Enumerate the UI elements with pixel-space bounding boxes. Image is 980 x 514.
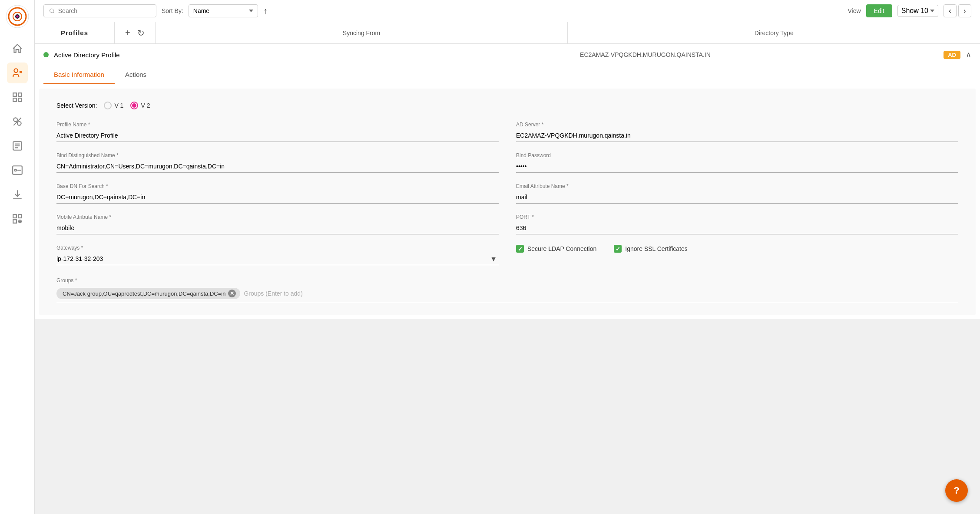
- svg-point-29: [50, 9, 54, 13]
- status-indicator: [43, 52, 49, 57]
- logo[interactable]: [5, 4, 30, 30]
- search-box[interactable]: [43, 4, 156, 17]
- topbar: Sort By: Name ↑ View Edit Show 10 ‹ ›: [35, 0, 980, 22]
- sidebar-item-settings[interactable]: [7, 160, 28, 181]
- sort-select[interactable]: Name: [189, 4, 258, 17]
- port-input[interactable]: [516, 222, 958, 234]
- profile-name-input[interactable]: [56, 129, 499, 142]
- sidebar-item-users[interactable]: [7, 63, 28, 83]
- sort-arrow-icon[interactable]: ↑: [263, 6, 268, 16]
- sort-by-label: Sort By:: [162, 7, 183, 14]
- bind-dn-input[interactable]: [56, 160, 499, 173]
- port-label: PORT *: [516, 214, 958, 220]
- profile-row-header: Active Directory Profile EC2AMAZ-VPQGKDH…: [35, 44, 980, 66]
- show-chevron-icon: [930, 10, 934, 12]
- base-dn-label: Base DN For Search *: [56, 183, 499, 189]
- next-button[interactable]: ›: [958, 4, 971, 17]
- search-icon: [49, 8, 55, 14]
- profile-name-field: Profile Name *: [56, 122, 499, 142]
- email-attr-input[interactable]: [516, 191, 958, 204]
- secure-ldap-label: Secure LDAP Connection: [527, 245, 596, 252]
- syncing-from-column: Syncing From: [156, 22, 568, 43]
- gateways-label: Gateways *: [56, 245, 499, 251]
- form-area: Select Version: V 1 V 2: [39, 89, 976, 315]
- directory-type-column: Directory Type: [568, 22, 980, 43]
- directory-badge: AD: [944, 51, 960, 59]
- groups-input-area[interactable]: CN=Jack group,OU=qaprodtest,DC=murugon,D…: [56, 285, 958, 302]
- gateways-select-wrap: ip-172-31-32-203 ▼: [56, 253, 499, 265]
- groups-section: Groups * CN=Jack group,OU=qaprodtest,DC=…: [56, 277, 958, 302]
- sidebar-item-reports[interactable]: [7, 135, 28, 156]
- svg-rect-25: [13, 220, 17, 223]
- main-content: Sort By: Name ↑ View Edit Show 10 ‹ › Pr…: [35, 0, 980, 514]
- v2-radio[interactable]: V 2: [130, 102, 150, 109]
- secure-ldap-check-icon: ✓: [518, 246, 523, 252]
- v2-radio-inner: [132, 103, 136, 108]
- email-attr-field: Email Attribute Name *: [516, 183, 958, 204]
- show-select-wrap[interactable]: Show 10: [897, 5, 938, 17]
- form-grid: Profile Name * Bind Distinguished Name *…: [56, 122, 958, 276]
- version-label: Select Version:: [56, 102, 97, 109]
- add-profile-button[interactable]: +: [125, 28, 130, 38]
- mobile-attr-input[interactable]: [56, 222, 499, 234]
- view-label: View: [848, 7, 861, 14]
- nav-arrows: ‹ ›: [944, 4, 971, 17]
- profiles-tab[interactable]: Profiles: [35, 22, 115, 43]
- svg-rect-23: [13, 214, 17, 218]
- email-attr-label: Email Attribute Name *: [516, 183, 958, 189]
- sidebar: [0, 0, 35, 514]
- ad-server-input[interactable]: [516, 129, 958, 142]
- gateways-field: Gateways * ip-172-31-32-203 ▼: [56, 245, 499, 265]
- gateways-select[interactable]: ip-172-31-32-203: [56, 253, 499, 265]
- search-input[interactable]: [58, 7, 151, 14]
- sidebar-item-modules[interactable]: [7, 208, 28, 229]
- sidebar-item-home[interactable]: [7, 38, 28, 59]
- group-tag-remove-button[interactable]: ✕: [228, 290, 236, 297]
- content-area: Profiles + ↻ Syncing From Directory Type…: [35, 22, 980, 514]
- tab-actions[interactable]: Actions: [115, 66, 157, 84]
- svg-rect-11: [18, 98, 22, 102]
- groups-placeholder: Groups (Enter to add): [244, 290, 302, 297]
- checkbox-row: ✓ Secure LDAP Connection ✓ Ignore SSL Ce…: [516, 245, 958, 253]
- group-tag-text: CN=Jack group,OU=qaprodtest,DC=murugon,D…: [63, 290, 225, 297]
- svg-rect-10: [13, 98, 17, 102]
- sidebar-item-download[interactable]: [7, 184, 28, 205]
- base-dn-input[interactable]: [56, 191, 499, 204]
- help-button[interactable]: ?: [945, 479, 968, 502]
- mobile-attr-field: Mobile Attribute Name *: [56, 214, 499, 234]
- bind-dn-label: Bind Distinguished Name *: [56, 152, 499, 158]
- bind-dn-field: Bind Distinguished Name *: [56, 152, 499, 173]
- secure-ldap-checkbox[interactable]: ✓: [516, 245, 524, 253]
- profile-tabs: Basic Information Actions: [35, 66, 980, 84]
- profiles-actions: + ↻: [115, 22, 156, 43]
- sidebar-item-grid[interactable]: [7, 87, 28, 108]
- ad-server-label: AD Server *: [516, 122, 958, 128]
- svg-point-20: [14, 169, 16, 171]
- ignore-ssl-checkbox[interactable]: ✓: [614, 245, 622, 253]
- collapse-arrow-icon[interactable]: ∧: [966, 50, 971, 59]
- v1-radio[interactable]: V 1: [104, 102, 123, 109]
- profiles-header: Profiles + ↻ Syncing From Directory Type: [35, 22, 980, 44]
- bind-password-input[interactable]: [516, 160, 958, 173]
- sidebar-item-roles[interactable]: [7, 111, 28, 132]
- svg-point-13: [17, 122, 21, 125]
- profile-name-label: Profile Name *: [56, 122, 499, 128]
- edit-button[interactable]: Edit: [866, 4, 892, 17]
- svg-point-5: [14, 69, 18, 72]
- svg-point-12: [13, 118, 17, 122]
- group-tag: CN=Jack group,OU=qaprodtest,DC=murugon,D…: [56, 288, 240, 299]
- secure-ldap-item: ✓ Secure LDAP Connection: [516, 245, 596, 253]
- ignore-ssl-item: ✓ Ignore SSL Certificates: [614, 245, 687, 253]
- v2-radio-circle: [130, 102, 138, 109]
- profile-name: Active Directory Profile: [54, 51, 347, 59]
- svg-rect-9: [18, 93, 22, 96]
- v1-radio-circle: [104, 102, 112, 109]
- ad-server-field: AD Server *: [516, 122, 958, 142]
- refresh-button[interactable]: ↻: [137, 28, 145, 38]
- ignore-ssl-check-icon: ✓: [616, 246, 620, 252]
- bind-password-field: Bind Password: [516, 152, 958, 173]
- svg-rect-24: [18, 214, 22, 218]
- svg-point-4: [16, 16, 18, 18]
- prev-button[interactable]: ‹: [944, 4, 957, 17]
- tab-basic-info[interactable]: Basic Information: [43, 66, 115, 84]
